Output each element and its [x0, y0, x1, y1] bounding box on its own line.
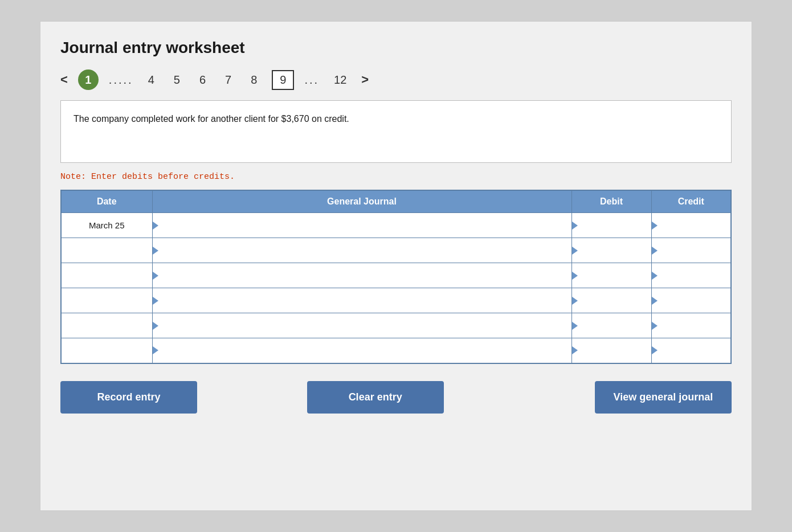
credit-input[interactable]	[652, 238, 731, 263]
date-cell	[61, 288, 152, 313]
page-title: Journal entry worksheet	[60, 39, 732, 57]
credit-input[interactable]	[652, 313, 731, 338]
journal-input-cell[interactable]	[152, 263, 571, 288]
next-arrow[interactable]: >	[361, 72, 369, 87]
pagination: < 1 ..... 4 5 6 7 8 9 ... 12 >	[60, 69, 732, 90]
page-9[interactable]: 9	[272, 70, 294, 90]
page-1[interactable]: 1	[78, 69, 99, 90]
credit-input[interactable]	[652, 213, 731, 238]
table-row	[61, 338, 731, 363]
credit-input[interactable]	[652, 288, 731, 313]
date-cell	[61, 338, 152, 363]
header-date: Date	[61, 190, 152, 213]
debit-input-cell[interactable]	[571, 213, 651, 238]
header-journal: General Journal	[152, 190, 571, 213]
record-entry-button[interactable]: Record entry	[60, 381, 197, 414]
date-cell: March 25	[61, 213, 152, 238]
view-general-journal-button[interactable]: View general journal	[595, 381, 732, 414]
journal-input-cell[interactable]	[152, 213, 571, 238]
credit-input-cell[interactable]	[651, 338, 731, 363]
date-cell	[61, 263, 152, 288]
note-text: Note: Enter debits before credits.	[60, 172, 732, 182]
debit-input[interactable]	[572, 338, 651, 363]
credit-input[interactable]	[652, 338, 731, 363]
page-6[interactable]: 6	[195, 71, 210, 89]
journal-input[interactable]	[153, 288, 571, 313]
journal-input-cell[interactable]	[152, 288, 571, 313]
page-12[interactable]: 12	[329, 71, 351, 89]
table-row	[61, 288, 731, 313]
journal-table: Date General Journal Debit Credit March …	[60, 190, 732, 364]
journal-input[interactable]	[153, 213, 571, 238]
debit-input[interactable]	[572, 313, 651, 338]
debit-input[interactable]	[572, 213, 651, 238]
date-cell	[61, 313, 152, 338]
journal-input[interactable]	[153, 263, 571, 288]
credit-input-cell[interactable]	[651, 313, 731, 338]
clear-entry-button[interactable]: Clear entry	[307, 381, 444, 414]
credit-input[interactable]	[652, 263, 731, 288]
table-row	[61, 238, 731, 263]
journal-input[interactable]	[153, 238, 571, 263]
prev-arrow[interactable]: <	[60, 72, 68, 87]
header-debit: Debit	[571, 190, 651, 213]
dots-left: .....	[109, 73, 133, 87]
debit-input-cell[interactable]	[571, 263, 651, 288]
page-5[interactable]: 5	[169, 71, 185, 89]
credit-input-cell[interactable]	[651, 213, 731, 238]
debit-input[interactable]	[572, 288, 651, 313]
credit-input-cell[interactable]	[651, 288, 731, 313]
header-credit: Credit	[651, 190, 731, 213]
page-4[interactable]: 4	[144, 71, 159, 89]
table-row: March 25	[61, 213, 731, 238]
page-7[interactable]: 7	[221, 71, 236, 89]
journal-input-cell[interactable]	[152, 238, 571, 263]
journal-input[interactable]	[153, 313, 571, 338]
credit-input-cell[interactable]	[651, 238, 731, 263]
journal-input-cell[interactable]	[152, 338, 571, 363]
credit-input-cell[interactable]	[651, 263, 731, 288]
table-row	[61, 313, 731, 338]
table-row	[61, 263, 731, 288]
debit-input-cell[interactable]	[571, 288, 651, 313]
debit-input-cell[interactable]	[571, 338, 651, 363]
description-text: The company completed work for another c…	[74, 114, 349, 124]
journal-input-cell[interactable]	[152, 313, 571, 338]
dots-right: ...	[304, 73, 319, 87]
date-cell	[61, 238, 152, 263]
worksheet-container: Journal entry worksheet < 1 ..... 4 5 6 …	[40, 21, 752, 511]
button-row: Record entry Clear entry View general jo…	[60, 381, 732, 414]
debit-input[interactable]	[572, 238, 651, 263]
description-box: The company completed work for another c…	[60, 100, 732, 163]
debit-input-cell[interactable]	[571, 238, 651, 263]
journal-input[interactable]	[153, 338, 571, 363]
debit-input-cell[interactable]	[571, 313, 651, 338]
debit-input[interactable]	[572, 263, 651, 288]
page-8[interactable]: 8	[246, 71, 262, 89]
